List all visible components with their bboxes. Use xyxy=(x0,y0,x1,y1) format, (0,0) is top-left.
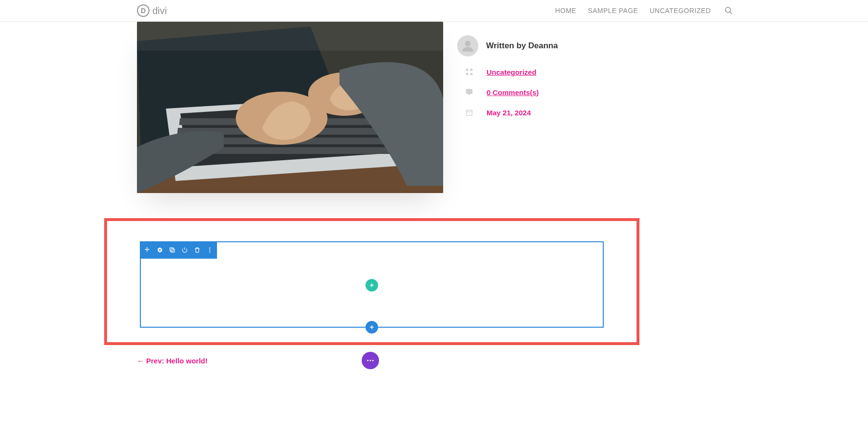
svg-rect-16 xyxy=(470,69,473,71)
svg-point-32 xyxy=(367,360,368,361)
svg-line-1 xyxy=(730,12,732,14)
logo-text: divi xyxy=(152,5,167,16)
prev-post-label: Prev: Hello world! xyxy=(146,357,208,365)
trash-icon[interactable] xyxy=(193,246,202,254)
author-prefix: Written by xyxy=(486,41,529,50)
gear-icon[interactable] xyxy=(155,246,164,254)
add-module-button[interactable] xyxy=(366,279,378,291)
author-name: Deanna xyxy=(529,41,558,50)
power-icon[interactable] xyxy=(180,246,189,254)
comments-link[interactable]: 0 Comments(s) xyxy=(487,88,539,97)
add-row-button[interactable] xyxy=(366,321,378,333)
move-icon[interactable] xyxy=(143,246,151,254)
svg-rect-24 xyxy=(170,248,173,251)
meta-category: Uncategorized xyxy=(457,67,621,77)
author-line: Written by Deanna xyxy=(486,41,558,51)
svg-point-33 xyxy=(370,360,371,361)
svg-point-26 xyxy=(209,250,210,250)
svg-rect-19 xyxy=(466,110,472,115)
nav-home[interactable]: HOME xyxy=(555,7,576,14)
svg-rect-15 xyxy=(466,69,468,71)
post-date: May 21, 2024 xyxy=(487,109,531,117)
site-logo[interactable]: D divi xyxy=(137,4,167,17)
meta-date: May 21, 2024 xyxy=(457,108,621,117)
grid-icon xyxy=(464,67,474,77)
site-header: D divi HOME SAMPLE PAGE UNCATEGORIZED xyxy=(0,0,868,22)
search-icon[interactable] xyxy=(724,6,733,15)
svg-rect-17 xyxy=(466,73,468,75)
prev-post-link[interactable]: ← Prev: Hello world! xyxy=(137,357,208,365)
meta-comments: 0 Comments(s) xyxy=(457,87,621,97)
svg-rect-23 xyxy=(171,249,175,252)
duplicate-icon[interactable] xyxy=(168,246,176,254)
svg-rect-13 xyxy=(137,22,443,51)
post-meta-sidebar: Written by Deanna Uncategorized 0 Commen… xyxy=(457,35,621,117)
calendar-icon xyxy=(464,108,474,117)
primary-nav: HOME SAMPLE PAGE UNCATEGORIZED xyxy=(555,6,733,15)
svg-point-0 xyxy=(725,7,731,13)
nav-uncategorized[interactable]: UNCATEGORIZED xyxy=(650,7,711,14)
svg-rect-18 xyxy=(470,73,473,75)
highlighted-section xyxy=(104,218,639,345)
logo-mark-icon: D xyxy=(137,4,149,17)
builder-row-frame[interactable] xyxy=(140,241,604,328)
author-row: Written by Deanna xyxy=(457,35,621,56)
comment-icon xyxy=(464,87,474,97)
nav-sample-page[interactable]: SAMPLE PAGE xyxy=(588,7,638,14)
row-toolbar xyxy=(140,241,217,259)
category-link[interactable]: Uncategorized xyxy=(487,68,536,76)
arrow-left-icon: ← xyxy=(137,357,144,365)
svg-point-25 xyxy=(209,248,210,249)
svg-point-34 xyxy=(372,360,374,361)
featured-image xyxy=(137,22,443,193)
builder-more-button[interactable] xyxy=(362,352,379,369)
more-vert-icon[interactable] xyxy=(205,246,214,254)
page-content: Written by Deanna Uncategorized 0 Commen… xyxy=(0,22,868,444)
avatar xyxy=(457,35,478,56)
svg-point-14 xyxy=(465,41,471,47)
svg-point-27 xyxy=(209,251,210,252)
